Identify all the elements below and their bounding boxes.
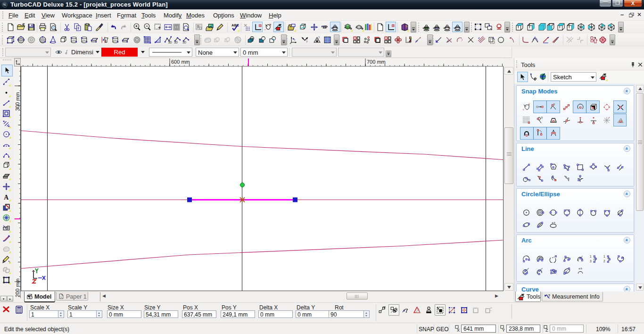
- svg-text:X: X: [457, 328, 460, 332]
- svg-text:300 mm: 300 mm: [15, 92, 20, 111]
- svg-text:Z: Z: [545, 328, 548, 332]
- svg-text:Y: Y: [502, 328, 505, 332]
- svg-text:700 mm: 700 mm: [367, 59, 386, 65]
- svg-text:600 mm: 600 mm: [171, 59, 190, 65]
- svg-text:200 mm: 200 mm: [15, 278, 20, 297]
